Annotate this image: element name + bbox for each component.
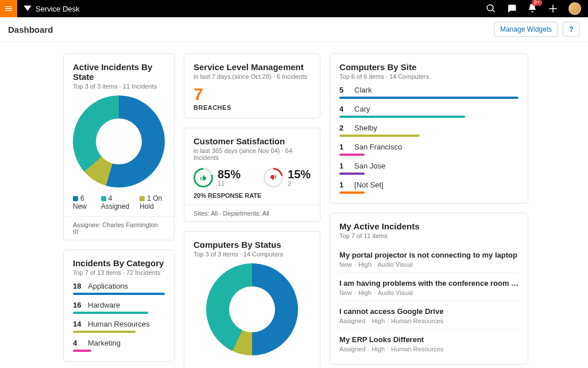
bar-label: San Jose bbox=[354, 162, 385, 170]
bar-value: 18 bbox=[73, 282, 83, 290]
legend-item: 1 On Hold bbox=[140, 194, 165, 210]
csat-bad-count: 2 bbox=[288, 180, 311, 187]
bar-row[interactable]: 4Cary bbox=[339, 105, 519, 118]
card-computers-site: Computers By Site Top 6 of 6 items · 14 … bbox=[330, 53, 528, 204]
incident-meta: Assigned·High·Human Resources bbox=[339, 346, 519, 352]
bar-fill bbox=[73, 312, 148, 314]
bar-label: Clark bbox=[354, 86, 372, 94]
topbar: Service Desk 9+ bbox=[0, 0, 588, 17]
card-subtitle: in last 7 days (since Oct 28) · 6 Incide… bbox=[194, 73, 311, 80]
bar-row[interactable]: 14Human Resources bbox=[73, 320, 165, 333]
bar-fill bbox=[73, 331, 136, 333]
card-footer: Sites: All · Departments: All bbox=[184, 205, 320, 221]
card-title: My Active Incidents bbox=[339, 221, 519, 231]
incident-meta: Assigned·High·Human Resources bbox=[339, 317, 519, 324]
card-active-incidents: Active Incidents By State Top 3 of 3 ite… bbox=[63, 53, 175, 240]
help-button[interactable]: ? bbox=[563, 22, 580, 37]
bar-row[interactable]: 16Hardware bbox=[73, 301, 165, 314]
csat-good-count: 11 bbox=[218, 180, 241, 187]
brand-icon bbox=[23, 4, 32, 13]
manage-widgets-button[interactable]: Manage Widgets bbox=[494, 22, 558, 37]
thumbs-down-icon bbox=[264, 168, 283, 187]
brand: Service Desk bbox=[23, 4, 80, 13]
bar-fill bbox=[339, 116, 465, 118]
bar-row[interactable]: 4Marketing bbox=[73, 339, 165, 352]
card-subtitle: in last 365 days (since Nov 04) · 64 Inc… bbox=[194, 147, 311, 161]
bar-fill bbox=[339, 154, 365, 156]
card-subtitle: Top 7 of 11 items bbox=[339, 232, 519, 239]
csat-positive: 85% 11 bbox=[194, 168, 241, 187]
brand-label: Service Desk bbox=[36, 5, 80, 13]
incident-title: I am having problems with the conference… bbox=[339, 279, 519, 288]
card-subtitle: Top 7 of 13 items · 72 Incidents bbox=[73, 269, 165, 276]
bar-fill bbox=[339, 172, 365, 175]
notification-badge: 9+ bbox=[532, 0, 542, 6]
bar-value: 1 bbox=[339, 181, 350, 189]
donut-chart-incidents bbox=[73, 95, 165, 187]
menu-button[interactable] bbox=[0, 0, 17, 17]
card-slm: Service Level Management in last 7 days … bbox=[184, 53, 320, 118]
bar-fill bbox=[339, 97, 519, 99]
avatar[interactable] bbox=[568, 2, 581, 15]
bar-value: 1 bbox=[339, 162, 350, 170]
bar-label: San Francisco bbox=[354, 143, 402, 151]
incident-item[interactable]: My ERP Looks DifferentAssigned·High·Huma… bbox=[339, 329, 519, 357]
bar-label: Human Resources bbox=[88, 320, 150, 328]
bar-label: Marketing bbox=[88, 339, 121, 347]
incident-item[interactable]: My portal projector is not connecting to… bbox=[339, 245, 519, 273]
bar-value: 16 bbox=[73, 301, 83, 309]
card-subtitle: Top 3 of 3 items · 11 Incidents bbox=[73, 83, 165, 90]
card-my-incidents: My Active Incidents Top 7 of 11 items My… bbox=[330, 213, 528, 365]
bar-label: [Not Set] bbox=[354, 181, 384, 189]
card-computers-status: Computers By Status Top 3 of 3 items · 1… bbox=[184, 231, 320, 368]
bar-value: 4 bbox=[73, 339, 83, 347]
bar-row[interactable]: 1San Jose bbox=[339, 162, 519, 175]
search-icon[interactable] bbox=[486, 3, 496, 14]
bar-value: 5 bbox=[339, 86, 350, 94]
bar-row[interactable]: 18Applications bbox=[73, 282, 165, 295]
card-title: Computers By Status bbox=[194, 240, 311, 250]
card-csat: Customer Satisfaction in last 365 days (… bbox=[184, 128, 320, 222]
thumbs-up-icon bbox=[194, 168, 213, 187]
card-title: Active Incidents By State bbox=[73, 62, 165, 82]
hamburger-icon bbox=[4, 4, 13, 13]
incident-title: My ERP Looks Different bbox=[339, 335, 519, 344]
csat-negative: 15% 2 bbox=[264, 168, 311, 187]
incident-item[interactable]: I am having problems with the conference… bbox=[339, 273, 519, 301]
incident-meta: New·High·Audio Visual bbox=[339, 261, 519, 268]
bar-fill bbox=[73, 293, 165, 295]
incident-item[interactable]: I cannot access Google DriveAssigned·Hig… bbox=[339, 301, 519, 329]
incident-title: I cannot access Google Drive bbox=[339, 307, 519, 316]
bar-row[interactable]: 5Clark bbox=[339, 86, 519, 99]
card-subtitle: Top 6 of 6 items · 14 Computers bbox=[339, 73, 519, 80]
bar-value: 2 bbox=[339, 124, 350, 132]
bar-label: Applications bbox=[88, 282, 128, 290]
bar-row[interactable]: 2Shelby bbox=[339, 124, 519, 137]
incident-title: My portal projector is not connecting to… bbox=[339, 251, 519, 259]
bar-row[interactable]: 1San Francisco bbox=[339, 143, 519, 156]
bar-value: 1 bbox=[339, 143, 350, 151]
card-incidents-category: Incidents By Category Top 7 of 13 items … bbox=[63, 250, 175, 362]
bar-value: 14 bbox=[73, 320, 83, 328]
bar-fill bbox=[73, 350, 91, 352]
card-title: Customer Satisfaction bbox=[194, 136, 311, 146]
bar-fill bbox=[339, 191, 365, 194]
subheader: Dashboard Manage Widgets ? bbox=[0, 17, 588, 42]
notifications-button[interactable]: 9+ bbox=[527, 3, 537, 15]
bar-fill bbox=[339, 135, 420, 137]
bar-value: 4 bbox=[339, 105, 350, 113]
bar-row[interactable]: 1[Not Set] bbox=[339, 181, 519, 194]
legend-item: 6 New bbox=[73, 194, 91, 210]
legend-item: 4 Assigned bbox=[101, 194, 129, 210]
csat-response-rate: 20% RESPONSE RATE bbox=[194, 192, 311, 199]
chat-icon[interactable] bbox=[506, 3, 517, 14]
page-title: Dashboard bbox=[8, 25, 53, 34]
breach-label: BREACHES bbox=[194, 104, 311, 111]
add-icon[interactable] bbox=[548, 3, 558, 14]
legend: 6 New 4 Assigned 1 On Hold bbox=[73, 194, 165, 210]
card-title: Incidents By Category bbox=[73, 258, 165, 268]
card-title: Service Level Management bbox=[194, 62, 311, 72]
card-subtitle: Top 3 of 3 items · 14 Computers bbox=[194, 251, 311, 258]
incident-meta: New·High·Audio Visual bbox=[339, 289, 519, 296]
breach-count: 7 bbox=[194, 86, 311, 103]
